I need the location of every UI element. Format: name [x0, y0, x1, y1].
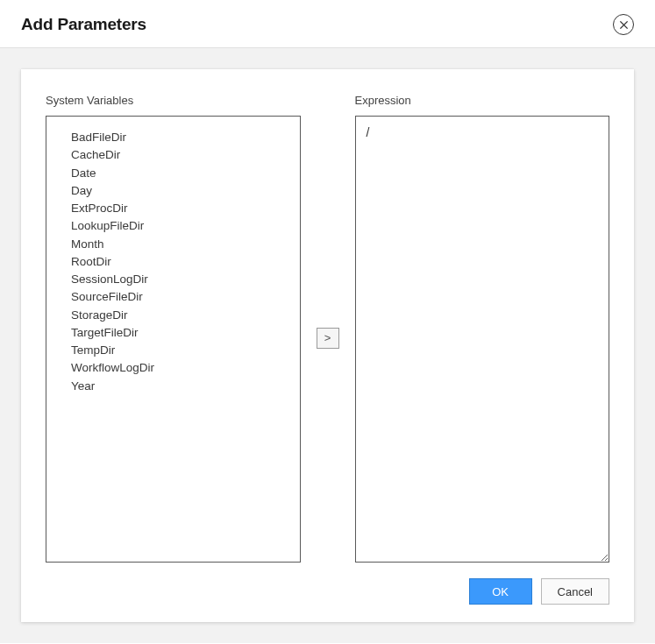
- transfer-column: >: [301, 113, 355, 563]
- dialog-panel: System Variables BadFileDirCacheDirDateD…: [21, 69, 634, 622]
- list-item[interactable]: Month: [71, 236, 300, 253]
- list-item[interactable]: Day: [71, 182, 300, 200]
- list-item[interactable]: SourceFileDir: [71, 288, 300, 306]
- dialog-title: Add Parameters: [21, 15, 146, 34]
- dialog-button-row: OK Cancel: [46, 578, 609, 605]
- list-item[interactable]: Year: [71, 378, 300, 395]
- expression-column: Expression: [355, 94, 610, 563]
- list-item[interactable]: RootDir: [71, 253, 300, 271]
- close-icon: [619, 20, 629, 30]
- columns-container: System Variables BadFileDirCacheDirDateD…: [46, 94, 609, 563]
- list-item[interactable]: CacheDir: [71, 146, 300, 164]
- cancel-button[interactable]: Cancel: [541, 578, 609, 605]
- system-variables-column: System Variables BadFileDirCacheDirDateD…: [46, 94, 301, 563]
- list-item[interactable]: SessionLogDir: [71, 271, 300, 288]
- list-item[interactable]: StorageDir: [71, 307, 300, 324]
- dialog-header: Add Parameters: [0, 0, 655, 48]
- list-item[interactable]: LookupFileDir: [71, 217, 300, 235]
- close-button[interactable]: [613, 14, 634, 35]
- expression-textarea[interactable]: [355, 116, 610, 563]
- system-variables-listbox[interactable]: BadFileDirCacheDirDateDayExtProcDirLooku…: [46, 116, 301, 563]
- list-item[interactable]: TempDir: [71, 342, 300, 359]
- list-item[interactable]: Date: [71, 165, 300, 182]
- ok-button[interactable]: OK: [469, 578, 532, 605]
- dialog-backdrop: System Variables BadFileDirCacheDirDateD…: [0, 48, 655, 643]
- list-item[interactable]: ExtProcDir: [71, 200, 300, 217]
- transfer-right-button[interactable]: >: [317, 328, 339, 349]
- list-item[interactable]: TargetFileDir: [71, 324, 300, 342]
- list-item[interactable]: BadFileDir: [71, 129, 300, 146]
- list-item[interactable]: WorkflowLogDir: [71, 359, 300, 377]
- system-variables-label: System Variables: [46, 94, 301, 107]
- expression-label: Expression: [355, 94, 610, 107]
